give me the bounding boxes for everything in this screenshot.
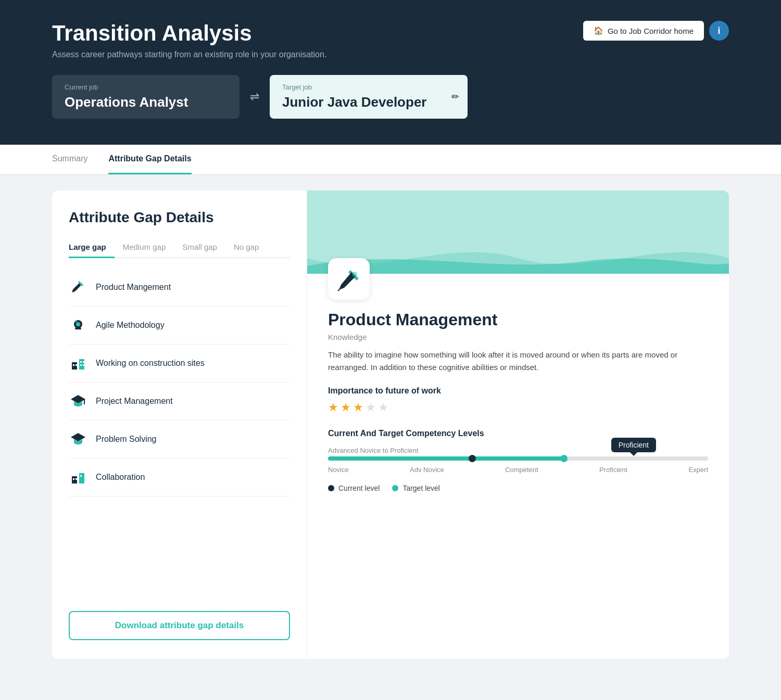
tools-icon (69, 278, 87, 297)
info-button[interactable]: i (709, 21, 729, 41)
attr-label-product-management: Product Mangement (96, 283, 171, 292)
swap-icon: ⇌ (250, 90, 259, 104)
svg-rect-10 (80, 364, 82, 366)
list-item[interactable]: Problem Solving (69, 421, 290, 459)
svg-rect-8 (80, 361, 82, 363)
wave-background (307, 190, 729, 274)
svg-marker-14 (71, 433, 85, 441)
attr-label-project-management: Project Management (96, 397, 173, 406)
svg-rect-17 (73, 478, 74, 480)
attribute-description: The ability to imagine how something wil… (328, 349, 708, 374)
comp-label-expert: Expert (688, 466, 708, 474)
svg-rect-9 (83, 361, 84, 363)
attr-label-collaboration: Collaboration (96, 473, 145, 482)
list-item[interactable]: Project Management (69, 383, 290, 421)
current-job-card: Current job Operations Analyst (52, 75, 240, 119)
comp-label-novice: Novice (328, 466, 349, 474)
info-icon-label: i (717, 26, 720, 36)
current-job-label: Current job (65, 83, 227, 91)
svg-marker-12 (71, 395, 85, 403)
right-panel: Product Management Knowledge The ability… (307, 190, 729, 659)
page-subtitle: Assess career pathways starting from an … (52, 50, 729, 59)
comp-label-adv-novice: Adv Novice (410, 466, 444, 474)
target-level-dot (560, 455, 568, 462)
list-item[interactable]: Collaboration (69, 459, 290, 497)
left-panel-title: Attribute Gap Details (69, 209, 290, 226)
importance-label: Importance to future of work (328, 386, 708, 396)
svg-rect-16 (79, 473, 84, 483)
gap-tab-large[interactable]: Large gap (69, 238, 115, 258)
attribute-large-icon (328, 258, 370, 300)
go-home-label: Go to Job Corridor home (608, 27, 694, 35)
agile-icon (69, 316, 87, 335)
target-job-label: Target job (282, 83, 442, 91)
target-job-card-wrapper: Target job Junior Java Developer ✏ (270, 75, 468, 119)
list-item[interactable]: Product Mangement (69, 269, 290, 307)
current-job-name: Operations Analyst (65, 94, 227, 110)
target-job-card: Target job Junior Java Developer (270, 75, 468, 119)
current-level-label: Current level (338, 484, 380, 492)
attr-label-agile: Agile Methodology (96, 321, 165, 330)
main-content: Attribute Gap Details Large gap Medium g… (0, 175, 781, 674)
attr-label-problem-solving: Problem Solving (96, 435, 157, 444)
target-level-label: Target level (402, 484, 440, 492)
competency-labels: Novice Adv Novice Competent Proficient E… (328, 466, 708, 474)
comp-label-competent: Competent (505, 466, 538, 474)
header-actions: 🏠 Go to Job Corridor home i (583, 21, 729, 41)
gap-tab-none[interactable]: No gap (225, 238, 267, 258)
gap-tab-medium[interactable]: Medium gap (115, 238, 174, 258)
legend-target: Target level (392, 484, 440, 492)
svg-rect-7 (75, 364, 77, 366)
attribute-name: Product Management (328, 310, 708, 329)
go-home-button[interactable]: 🏠 Go to Job Corridor home (583, 21, 704, 41)
download-button[interactable]: Download attribute gap details (69, 611, 290, 640)
star-2: ★ (341, 401, 351, 414)
gap-tabs: Large gap Medium gap Small gap No gap (69, 238, 290, 258)
svg-rect-6 (73, 364, 74, 366)
proficient-badge: Proficient (611, 438, 656, 452)
svg-point-0 (80, 283, 83, 286)
comp-label-proficient: Proficient (599, 466, 627, 474)
svg-rect-18 (75, 478, 77, 480)
list-item[interactable]: Agile Methodology (69, 307, 290, 345)
building-icon (69, 354, 87, 373)
target-dot-legend (392, 485, 398, 491)
svg-point-3 (75, 320, 77, 322)
star-3: ★ (353, 401, 363, 414)
graduation-icon (69, 392, 87, 411)
building2-icon (69, 468, 87, 487)
gap-tab-small[interactable]: Small gap (174, 238, 225, 258)
home-icon: 🏠 (594, 26, 603, 35)
target-job-name: Junior Java Developer (282, 94, 442, 110)
attr-label-construction: Working on construction sites (96, 359, 205, 368)
competency-label: Current And Target Competency Levels (328, 429, 708, 438)
svg-rect-19 (80, 475, 82, 477)
star-5: ★ (378, 401, 388, 414)
left-panel: Attribute Gap Details Large gap Medium g… (52, 190, 307, 659)
legend: Current level Target level (328, 484, 708, 492)
list-item[interactable]: Working on construction sites (69, 345, 290, 383)
stars-rating: ★ ★ ★ ★ ★ (328, 401, 708, 414)
svg-rect-11 (83, 364, 84, 366)
track-fill (328, 456, 564, 461)
job-cards-container: Current job Operations Analyst ⇌ Target … (52, 75, 729, 119)
attribute-type: Knowledge (328, 333, 708, 341)
current-level-dot (469, 455, 476, 462)
tab-attribute-gap-details[interactable]: Attribute Gap Details (108, 145, 191, 174)
main-card: Attribute Gap Details Large gap Medium g… (52, 190, 729, 659)
star-4: ★ (366, 401, 376, 414)
current-dot-legend (328, 485, 334, 491)
svg-point-20 (352, 272, 357, 277)
tabs-bar: Summary Attribute Gap Details (0, 145, 781, 175)
tab-summary[interactable]: Summary (52, 145, 87, 174)
graduation2-icon (69, 430, 87, 449)
right-content: Product Management Knowledge The ability… (307, 274, 729, 508)
svg-point-2 (76, 322, 80, 326)
competency-track (328, 456, 708, 461)
star-1: ★ (328, 401, 338, 414)
competency-track-wrapper: Proficient (328, 456, 708, 461)
edit-icon[interactable]: ✏ (451, 91, 459, 103)
attribute-list: Product Mangement Agile Methodology (69, 269, 290, 599)
legend-current: Current level (328, 484, 380, 492)
header: 🏠 Go to Job Corridor home i Transition A… (0, 0, 781, 145)
